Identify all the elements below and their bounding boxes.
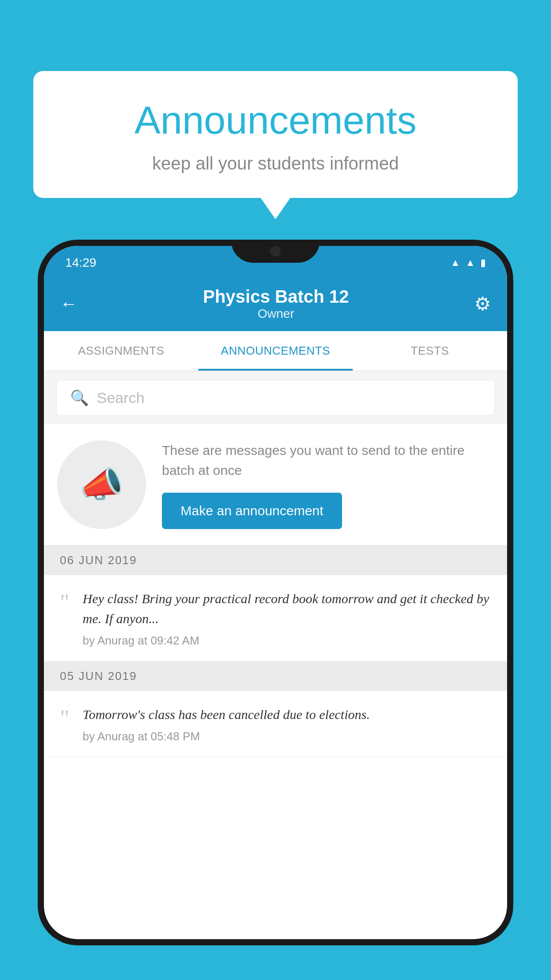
status-icons: ▲ ▲ ▮ — [450, 257, 486, 269]
announcement-item-2[interactable]: " Tomorrow's class has been cancelled du… — [44, 691, 507, 757]
tab-announcements[interactable]: ANNOUNCEMENTS — [198, 331, 353, 371]
status-time: 14:29 — [65, 256, 96, 270]
message-text-1: Hey class! Bring your practical record b… — [83, 589, 491, 628]
settings-icon[interactable]: ⚙ — [474, 293, 491, 315]
header-subtitle: Owner — [78, 307, 474, 321]
phone-screen: 14:29 ▲ ▲ ▮ ← Physics Batch 12 Owner ⚙ — [44, 246, 507, 939]
date-separator-1: 06 JUN 2019 — [44, 545, 507, 575]
bubble-title: Announcements — [69, 98, 482, 143]
message-meta-1: by Anurag at 09:42 AM — [83, 634, 491, 648]
speech-bubble: Announcements keep all your students inf… — [33, 71, 518, 198]
bubble-subtitle: keep all your students informed — [69, 154, 482, 174]
header-title: Physics Batch 12 — [78, 287, 474, 307]
message-content-1: Hey class! Bring your practical record b… — [83, 589, 491, 648]
promo-section: 📣 These are messages you want to send to… — [44, 424, 507, 545]
make-announcement-button[interactable]: Make an announcement — [162, 493, 342, 529]
tab-assignments[interactable]: ASSIGNMENTS — [44, 331, 198, 371]
app-header: ← Physics Batch 12 Owner ⚙ — [44, 276, 507, 331]
promo-content: These are messages you want to send to t… — [162, 440, 494, 529]
megaphone-icon: 📣 — [79, 464, 124, 506]
search-icon: 🔍 — [70, 389, 89, 407]
message-meta-2: by Anurag at 05:48 PM — [83, 730, 491, 743]
message-content-2: Tomorrow's class has been cancelled due … — [83, 704, 491, 743]
phone-notch — [231, 240, 320, 263]
tabs-bar: ASSIGNMENTS ANNOUNCEMENTS TESTS — [44, 331, 507, 371]
quote-icon-2: " — [60, 707, 69, 730]
message-text-2: Tomorrow's class has been cancelled due … — [83, 704, 491, 724]
phone-outer: 14:29 ▲ ▲ ▮ ← Physics Batch 12 Owner ⚙ — [38, 240, 513, 945]
wifi-icon: ▲ — [450, 257, 460, 269]
announcement-item-1[interactable]: " Hey class! Bring your practical record… — [44, 575, 507, 661]
promo-description: These are messages you want to send to t… — [162, 440, 494, 480]
back-button[interactable]: ← — [60, 294, 78, 314]
phone-camera — [270, 246, 281, 257]
search-placeholder: Search — [97, 389, 145, 407]
battery-icon: ▮ — [480, 257, 486, 269]
tab-tests[interactable]: TESTS — [353, 331, 507, 371]
header-center: Physics Batch 12 Owner — [78, 287, 474, 321]
date-separator-2: 05 JUN 2019 — [44, 661, 507, 691]
quote-icon-1: " — [60, 591, 69, 614]
search-bar[interactable]: 🔍 Search — [56, 380, 495, 415]
promo-avatar: 📣 — [57, 440, 146, 529]
signal-icon: ▲ — [465, 257, 475, 269]
search-container: 🔍 Search — [44, 371, 507, 424]
phone-wrapper: 14:29 ▲ ▲ ▮ ← Physics Batch 12 Owner ⚙ — [38, 240, 513, 980]
